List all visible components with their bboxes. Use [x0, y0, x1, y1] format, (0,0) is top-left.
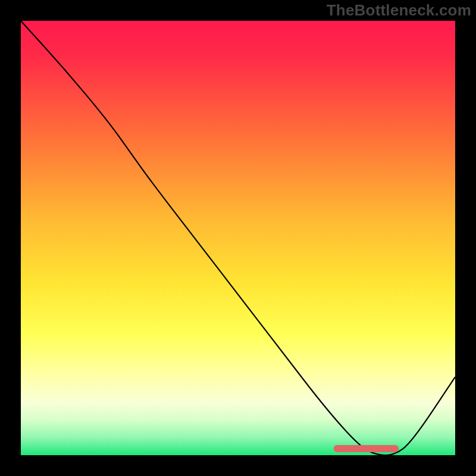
chart-svg — [21, 21, 455, 455]
watermark-text: TheBottleneck.com — [327, 1, 471, 20]
plot-background — [21, 21, 455, 455]
chart-frame: TheBottleneck.com — [0, 0, 476, 476]
optimal-range-marker — [334, 445, 399, 452]
plot-area — [21, 21, 455, 455]
